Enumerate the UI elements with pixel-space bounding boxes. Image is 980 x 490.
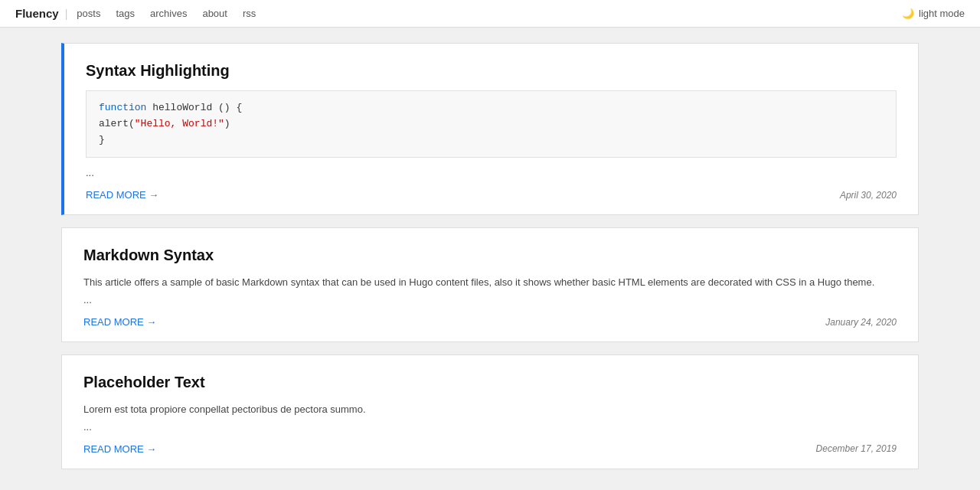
nav-link-tags[interactable]: tags xyxy=(116,8,135,19)
theme-label: light mode xyxy=(919,8,965,19)
pagination: 12Next » xyxy=(61,482,919,490)
post-ellipsis: ... xyxy=(86,167,897,178)
nav-links: poststagsarchivesaboutrss xyxy=(77,8,902,19)
post-footer: READ MORE →December 17, 2019 xyxy=(83,443,897,455)
post-date: December 17, 2019 xyxy=(816,443,897,454)
post-title: Markdown Syntax xyxy=(83,247,897,264)
post-date: April 30, 2020 xyxy=(840,190,897,201)
posts-list: Syntax Highlightingfunction helloWorld (… xyxy=(61,43,919,469)
theme-toggle[interactable]: 🌙 light mode xyxy=(902,8,965,19)
navbar: Fluency | poststagsarchivesaboutrss 🌙 li… xyxy=(0,0,980,28)
read-more-link[interactable]: READ MORE → xyxy=(83,316,156,328)
post-ellipsis: ... xyxy=(83,421,897,433)
read-more-link[interactable]: READ MORE → xyxy=(86,189,158,201)
read-more-link[interactable]: READ MORE → xyxy=(83,443,156,455)
nav-link-about[interactable]: about xyxy=(202,8,227,19)
post-title: Syntax Highlighting xyxy=(86,62,897,80)
main-content: Syntax Highlightingfunction helloWorld (… xyxy=(46,28,934,490)
brand-logo[interactable]: Fluency xyxy=(15,7,59,20)
nav-link-archives[interactable]: archives xyxy=(150,8,187,19)
post-date: January 24, 2020 xyxy=(825,317,897,328)
code-block: function helloWorld () { alert("Hello, W… xyxy=(86,90,897,158)
post-card-syntax-highlighting: Syntax Highlightingfunction helloWorld (… xyxy=(61,43,919,215)
post-card-markdown-syntax: Markdown SyntaxThis article offers a sam… xyxy=(61,227,919,342)
post-excerpt: This article offers a sample of basic Ma… xyxy=(83,275,897,291)
post-ellipsis: ... xyxy=(83,294,897,305)
post-footer: READ MORE →April 30, 2020 xyxy=(86,189,897,201)
nav-divider: | xyxy=(65,8,68,20)
post-excerpt: Lorem est tota propiore conpellat pector… xyxy=(83,402,897,418)
moon-icon: 🌙 xyxy=(902,8,914,19)
nav-link-rss[interactable]: rss xyxy=(243,8,256,19)
nav-link-posts[interactable]: posts xyxy=(77,8,100,19)
post-title: Placeholder Text xyxy=(83,374,897,391)
post-card-placeholder-text: Placeholder TextLorem est tota propiore … xyxy=(61,354,919,469)
post-footer: READ MORE →January 24, 2020 xyxy=(83,316,897,328)
